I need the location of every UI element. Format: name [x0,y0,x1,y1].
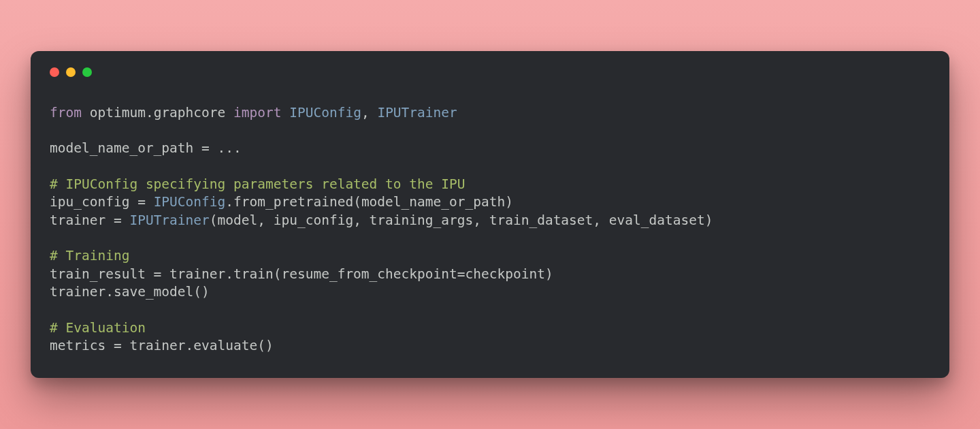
comment-line: # IPUConfig specifying parameters relate… [50,176,465,192]
code-line: trainer.save_model() [50,284,210,300]
close-icon[interactable] [50,67,59,77]
comma: , [361,105,377,121]
code-block: from optimum.graphcore import IPUConfig,… [50,104,930,355]
code-text: trainer = [50,212,129,228]
maximize-icon[interactable] [82,67,92,77]
keyword-import: import [233,105,281,121]
keyword-from: from [50,105,82,121]
class-ipuconfig: IPUConfig [289,105,361,121]
traffic-lights [50,67,930,77]
module-path: optimum.graphcore [82,105,233,121]
code-text: .from_pretrained(model_name_or_path) [225,194,513,210]
code-text: ipu_config = [50,194,154,210]
class-iputrainer: IPUTrainer [377,105,457,121]
code-line: train_result = trainer.train(resume_from… [50,266,553,282]
space [281,105,289,121]
comment-line: # Training [50,248,129,264]
code-window: from optimum.graphcore import IPUConfig,… [31,51,949,378]
code-text: (model, ipu_config, training_args, train… [210,212,713,228]
class-ipuconfig: IPUConfig [154,194,226,210]
code-line: metrics = trainer.evaluate() [50,338,274,353]
comment-line: # Evaluation [50,320,146,336]
minimize-icon[interactable] [66,67,76,77]
class-iputrainer: IPUTrainer [129,212,209,228]
code-line: model_name_or_path = ... [50,140,242,156]
